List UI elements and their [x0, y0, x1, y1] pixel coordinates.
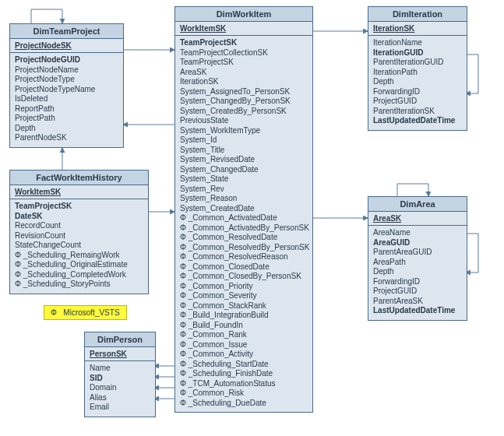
entity-field: Φ _Common_Activity — [180, 350, 308, 360]
entity-fields: NameSIDDomainAliasEmail — [85, 361, 155, 417]
entity-field: LastUpdatedDateTime — [373, 306, 462, 316]
entity-field: ProjectNodeName — [15, 65, 118, 76]
entity-field: Φ _Scheduling_FinishDate — [180, 369, 308, 379]
entity-field: IterationGUID — [373, 48, 462, 58]
entity-field: RecordCount — [15, 221, 143, 231]
entity-title: DimTeamProject — [10, 24, 123, 39]
entity-field: Φ _Common_ActivatedDate — [180, 213, 308, 223]
entity-field: Φ _Common_Rank — [180, 330, 308, 340]
entity-field: Φ _Scheduling_OriginalEstimate — [15, 260, 143, 270]
entity-field: System_Id — [180, 135, 308, 146]
entity-field: AreaGUID — [373, 238, 462, 248]
entity-field: AreaName — [373, 228, 462, 238]
entity-dim-work-item: DimWorkItem WorkItemSK TeamProjectSKTeam… — [174, 6, 313, 413]
entity-field: System_State — [180, 174, 308, 185]
entity-field: IsDeleted — [15, 94, 118, 104]
entity-field: System_Reason — [180, 194, 308, 204]
entity-pk: WorkItemSK — [10, 185, 148, 199]
entity-field: Φ _Scheduling_StoryPoints — [15, 280, 143, 290]
entity-field: System_Title — [180, 146, 308, 156]
entity-field: Φ _Common_ResolvedDate — [180, 233, 308, 243]
entity-pk: AreaSK — [368, 212, 467, 226]
entity-field: Φ _Common_Severity — [180, 291, 308, 301]
entity-field: Email — [90, 403, 150, 413]
entity-title: DimWorkItem — [175, 7, 312, 22]
entity-field: SID — [90, 374, 150, 384]
entity-field: Alias — [90, 393, 150, 403]
entity-title: DimIteration — [368, 7, 467, 22]
entity-field: Φ _Scheduling_DueDate — [180, 399, 308, 409]
entity-fields: TeamProjectSKTeamProjectCollectionSKTeam… — [175, 36, 312, 412]
entity-field: Φ _Common_ClosedDate — [180, 262, 308, 272]
entity-pk: IterationSK — [368, 22, 467, 36]
entity-field: Φ _Common_ClosedBy_PersonSK — [180, 272, 308, 282]
entity-field: Φ _Scheduling_RemaingWork — [15, 251, 143, 261]
entity-fact-work-item-history: FactWorkItemHistory WorkItemSK TeamProje… — [9, 170, 149, 294]
entity-field: Φ _Common_Risk — [180, 389, 308, 399]
entity-field: TeamProjectSK — [15, 202, 143, 212]
entity-field: Domain — [90, 383, 150, 393]
entity-field: ProjectPath — [15, 114, 118, 124]
entity-field: ParentAreaGUID — [373, 248, 462, 258]
entity-field: TeamProjectSK — [180, 38, 308, 48]
entity-dim-area: DimArea AreaSK AreaNameAreaGUIDParentAre… — [368, 196, 467, 321]
entity-fields: ProjectNodeGUIDProjectNodeNameProjectNod… — [10, 53, 123, 147]
entity-field: ForwardingID — [373, 87, 462, 97]
entity-title: DimPerson — [85, 332, 155, 347]
entity-field: IterationName — [373, 38, 462, 48]
entity-field: Φ _Common_Priority — [180, 282, 308, 292]
entity-field: ParentIterationSK — [373, 107, 462, 117]
entity-field: Φ _Build_FoundIn — [180, 321, 308, 331]
note-label: Microsoft_VSTS — [63, 308, 119, 317]
entity-field: ForwardingID — [373, 277, 462, 287]
entity-field: Φ _Common_ActivatedBy_PersonSK — [180, 223, 308, 234]
entity-field: IterationPath — [373, 68, 462, 78]
entity-field: Φ _Common_ResolvedReason — [180, 252, 308, 262]
entity-fields: TeamProjectSKDateSKRecordCountRevisionCo… — [10, 199, 148, 294]
entity-title: DimArea — [368, 197, 467, 212]
entity-field: LastUpdatedDateTime — [373, 116, 462, 126]
entity-pk: PersonSK — [85, 347, 155, 361]
entity-field: System_CreatedDate — [180, 204, 308, 214]
entity-pk: WorkItemSK — [175, 22, 312, 36]
entity-field: StateChangeCount — [15, 241, 143, 251]
entity-field: Depth — [373, 267, 462, 277]
entity-field: System_WorkItemType — [180, 126, 308, 136]
entity-field: Φ _Common_Issue — [180, 340, 308, 350]
entity-field: ProjectNodeType — [15, 75, 118, 85]
entity-field: AreaPath — [373, 258, 462, 268]
entity-field: System_ChangedDate — [180, 165, 308, 175]
entity-field: System_AssignedTo_PersonSK — [180, 87, 308, 97]
entity-field: ProjectNodeGUID — [15, 55, 118, 65]
entity-pk: ProjectNodeSK — [10, 39, 123, 53]
entity-field: Φ _Scheduling_StartDate — [180, 360, 308, 370]
entity-field: Depth — [15, 124, 118, 134]
note-microsoft-vsts: Φ Microsoft_VSTS — [44, 305, 127, 320]
entity-field: Depth — [373, 77, 462, 87]
entity-field: RevisionCount — [15, 231, 143, 241]
entity-field: ParentAreaSK — [373, 297, 462, 307]
entity-field: Φ _Scheduling_CompletedWork — [15, 270, 143, 280]
entity-field: System_ChangedBy_PersonSK — [180, 97, 308, 107]
entity-field: PreviousState — [180, 116, 308, 126]
entity-fields: IterationNameIterationGUIDParentIteratio… — [368, 36, 467, 130]
entity-field: TeamProjectSK — [180, 58, 308, 68]
entity-field: ParentIterationGUID — [373, 58, 462, 68]
entity-field: ReportPath — [15, 104, 118, 114]
entity-field: ProjectGUID — [373, 97, 462, 107]
entity-field: IterationSK — [180, 77, 308, 87]
entity-field: Name — [90, 364, 150, 374]
entity-dim-iteration: DimIteration IterationSK IterationNameIt… — [368, 6, 467, 131]
entity-field: Φ _Build_IntegrationBuild — [180, 311, 308, 321]
entity-title: FactWorkItemHistory — [10, 171, 148, 185]
entity-dim-person: DimPerson PersonSK NameSIDDomainAliasEma… — [84, 332, 156, 417]
entity-field: ParentNodeSK — [15, 133, 118, 143]
note-bullet: Φ — [51, 308, 57, 317]
entity-fields: AreaNameAreaGUIDParentAreaGUIDAreaPathDe… — [368, 226, 467, 320]
entity-field: AreaSK — [180, 68, 308, 78]
entity-field: ProjectGUID — [373, 287, 462, 297]
entity-field: ProjectNodeTypeName — [15, 85, 118, 95]
entity-field: System_Rev — [180, 185, 308, 195]
entity-field: TeamProjectCollectionSK — [180, 48, 308, 58]
entity-dim-team-project: DimTeamProject ProjectNodeSK ProjectNode… — [9, 23, 124, 148]
